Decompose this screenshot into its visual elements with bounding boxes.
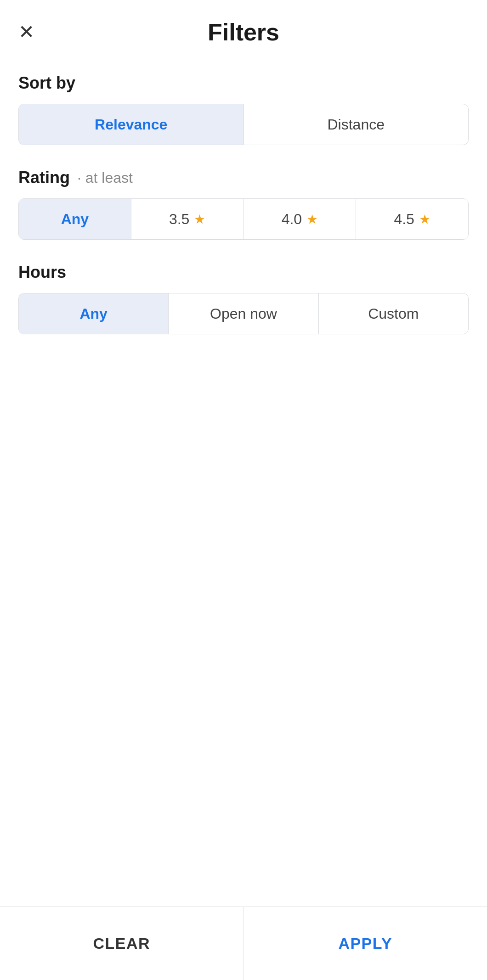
rating-3-5-label: 3.5 (169, 211, 189, 228)
rating-4-5-button[interactable]: 4.5 ★ (356, 199, 468, 239)
sort-by-toggle-group: Relevance Distance (18, 104, 469, 145)
hours-open-now-button[interactable]: Open now (169, 293, 318, 334)
rating-label: Rating (18, 168, 70, 187)
clear-button[interactable]: CLEAR (0, 907, 244, 980)
rating-4-0-label: 4.0 (282, 211, 302, 228)
close-icon: ✕ (18, 23, 34, 42)
hours-toggle-group: Any Open now Custom (18, 293, 469, 334)
sort-by-label: Sort by (18, 73, 469, 93)
sort-by-section: Sort by Relevance Distance (18, 73, 469, 145)
footer-actions: CLEAR APPLY (0, 907, 487, 980)
hours-section: Hours Any Open now Custom (18, 263, 469, 334)
rating-section: Rating · at least Any 3.5 ★ 4.0 ★ 4.5 ★ (18, 168, 469, 240)
rating-label-row: Rating · at least (18, 168, 469, 187)
apply-button[interactable]: APPLY (244, 907, 487, 980)
rating-3-5-button[interactable]: 3.5 ★ (131, 199, 244, 239)
sort-distance-button[interactable]: Distance (244, 104, 469, 145)
filter-header: ✕ Filters (0, 0, 487, 55)
page-title: Filters (208, 18, 279, 46)
rating-4-5-label: 4.5 (394, 211, 414, 228)
rating-4-0-star: ★ (306, 212, 318, 227)
hours-custom-button[interactable]: Custom (319, 293, 468, 334)
rating-4-5-star: ★ (419, 212, 430, 227)
rating-3-5-star: ★ (194, 212, 205, 227)
hours-label: Hours (18, 263, 469, 282)
filter-content: Sort by Relevance Distance Rating · at l… (0, 55, 487, 907)
rating-4-0-button[interactable]: 4.0 ★ (244, 199, 357, 239)
rating-any-button[interactable]: Any (19, 199, 131, 239)
rating-toggle-group: Any 3.5 ★ 4.0 ★ 4.5 ★ (18, 198, 469, 240)
sort-relevance-button[interactable]: Relevance (19, 104, 244, 145)
close-button[interactable]: ✕ (18, 23, 34, 42)
rating-sublabel: · at least (77, 169, 133, 186)
hours-any-button[interactable]: Any (19, 293, 169, 334)
